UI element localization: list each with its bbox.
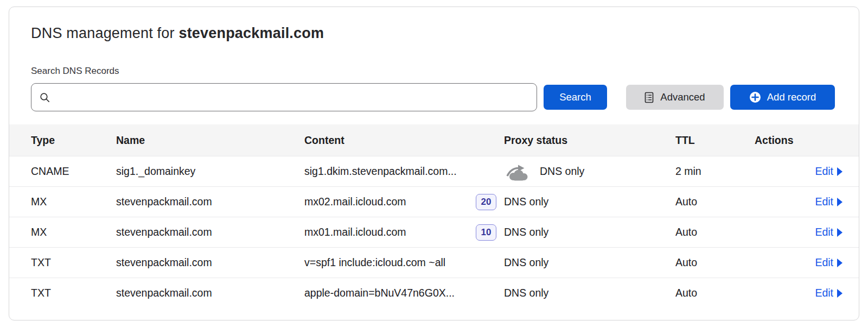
record-content: sig1.dkim.stevenpackmail.com... xyxy=(304,165,457,178)
record-name: stevenpackmail.com xyxy=(116,196,304,208)
table-row: MX stevenpackmail.com mx01.mail.icloud.c… xyxy=(9,217,859,247)
record-content: apple-domain=bNuV47n6G0X... xyxy=(304,287,455,299)
column-header-actions: Actions xyxy=(755,134,843,147)
table-row: CNAME sig1._domainkey sig1.dkim.stevenpa… xyxy=(9,156,859,186)
record-ttl: Auto xyxy=(675,256,755,269)
edit-caret-icon xyxy=(837,228,843,237)
table-row: TXT stevenpackmail.com v=spf1 include:ic… xyxy=(9,247,859,278)
record-type: TXT xyxy=(31,287,116,299)
record-content: v=spf1 include:icloud.com ~all xyxy=(304,256,445,269)
edit-link-label: Edit xyxy=(815,226,833,238)
add-record-button-label: Add record xyxy=(767,91,816,103)
proxy-status: DNS only xyxy=(504,256,548,269)
edit-record-link[interactable]: Edit xyxy=(815,256,843,269)
record-name: stevenpackmail.com xyxy=(116,256,304,269)
dns-records-table: Type Name Content Proxy status TTL Actio… xyxy=(9,124,859,308)
dns-only-cloud-icon xyxy=(504,162,531,181)
record-ttl: Auto xyxy=(675,226,755,238)
proxy-status: DNS only xyxy=(504,196,548,208)
page-title: DNS management for stevenpackmail.com xyxy=(31,7,835,42)
plus-circle-icon xyxy=(749,91,761,103)
edit-record-link[interactable]: Edit xyxy=(815,287,843,299)
mx-priority-badge: 20 xyxy=(476,194,496,210)
record-type: MX xyxy=(31,196,116,208)
edit-link-label: Edit xyxy=(815,165,833,178)
column-header-content: Content xyxy=(304,134,504,147)
table-header-row: Type Name Content Proxy status TTL Actio… xyxy=(9,124,859,156)
record-name: stevenpackmail.com xyxy=(116,226,304,238)
column-header-type: Type xyxy=(31,134,116,147)
dns-management-card: DNS management for stevenpackmail.com Se… xyxy=(9,7,859,320)
edit-link-label: Edit xyxy=(815,287,833,299)
edit-caret-icon xyxy=(837,289,843,298)
record-content: mx01.mail.icloud.com xyxy=(304,226,406,238)
advanced-button-label: Advanced xyxy=(660,91,705,103)
edit-record-link[interactable]: Edit xyxy=(815,165,843,178)
column-header-ttl: TTL xyxy=(675,134,755,147)
edit-caret-icon xyxy=(837,167,843,176)
proxy-status: DNS only xyxy=(504,226,548,238)
edit-caret-icon xyxy=(837,198,843,206)
advanced-button[interactable]: Advanced xyxy=(626,85,724,110)
record-ttl: Auto xyxy=(675,196,755,208)
column-header-name: Name xyxy=(116,134,304,147)
proxy-status: DNS only xyxy=(504,287,548,299)
edit-link-label: Edit xyxy=(815,256,833,269)
search-toolbar: Search Advanced A xyxy=(31,83,835,111)
record-name: sig1._domainkey xyxy=(116,165,304,178)
page-title-prefix: DNS management for xyxy=(31,25,178,41)
record-name: stevenpackmail.com xyxy=(116,287,304,299)
table-row: MX stevenpackmail.com mx02.mail.icloud.c… xyxy=(9,186,859,217)
search-button[interactable]: Search xyxy=(544,85,607,110)
advanced-list-icon xyxy=(644,92,654,103)
domain-name: stevenpackmail.com xyxy=(178,25,324,41)
mx-priority-badge: 10 xyxy=(476,224,496,241)
record-content: mx02.mail.icloud.com xyxy=(304,196,406,208)
table-row: TXT stevenpackmail.com apple-domain=bNuV… xyxy=(9,278,859,308)
record-type: MX xyxy=(31,226,116,238)
record-ttl: Auto xyxy=(675,287,755,299)
search-label: Search DNS Records xyxy=(31,66,835,77)
search-icon xyxy=(39,92,50,103)
proxy-status: DNS only xyxy=(540,165,584,178)
edit-link-label: Edit xyxy=(815,196,833,208)
edit-record-link[interactable]: Edit xyxy=(815,226,843,238)
record-ttl: 2 min xyxy=(675,165,755,178)
edit-caret-icon xyxy=(837,259,843,267)
column-header-proxy-status: Proxy status xyxy=(504,134,675,147)
add-record-button[interactable]: Add record xyxy=(730,85,835,110)
search-box[interactable] xyxy=(31,83,537,111)
record-type: CNAME xyxy=(31,165,116,178)
search-input[interactable] xyxy=(56,84,529,111)
record-type: TXT xyxy=(31,256,116,269)
edit-record-link[interactable]: Edit xyxy=(815,196,843,208)
